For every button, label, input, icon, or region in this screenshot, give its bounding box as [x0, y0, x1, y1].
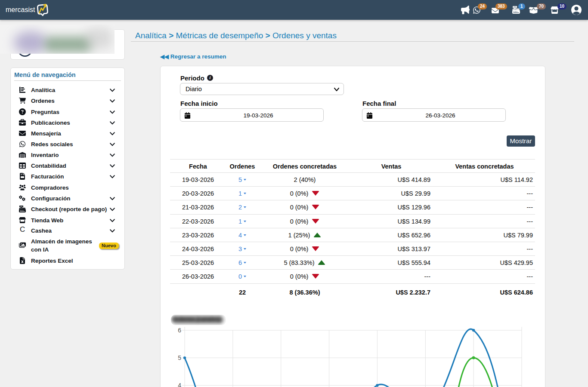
svg-text:6: 6: [178, 327, 181, 334]
svg-text:4: 4: [178, 382, 181, 387]
svg-text:5: 5: [178, 354, 181, 361]
